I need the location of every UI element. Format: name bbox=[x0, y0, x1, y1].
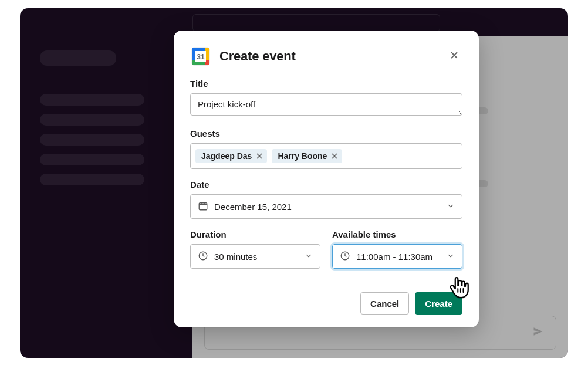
guest-chip-name: Harry Boone bbox=[278, 151, 327, 161]
date-select[interactable]: December 15, 2021 bbox=[190, 194, 462, 219]
title-input[interactable] bbox=[190, 93, 462, 116]
remove-guest-icon[interactable] bbox=[256, 153, 262, 159]
duration-field-group: Duration 30 minutes bbox=[190, 229, 320, 269]
cancel-button[interactable]: Cancel bbox=[360, 292, 409, 315]
sidebar-item-placeholder[interactable] bbox=[40, 134, 144, 146]
workspace-name-placeholder bbox=[40, 50, 116, 66]
svg-rect-8 bbox=[199, 202, 207, 209]
guests-field-group: Guests Jagdeep Das Harry Boone bbox=[190, 129, 462, 169]
guests-label: Guests bbox=[190, 129, 462, 138]
guests-input[interactable]: Jagdeep Das Harry Boone bbox=[190, 143, 462, 169]
modal-title: Create event bbox=[219, 49, 296, 64]
available-times-label: Available times bbox=[332, 229, 462, 239]
title-label: Title bbox=[190, 79, 462, 89]
remove-guest-icon[interactable] bbox=[332, 153, 337, 159]
date-label: Date bbox=[190, 180, 462, 190]
date-value: December 15, 2021 bbox=[214, 202, 292, 212]
title-field-group: Title bbox=[190, 79, 462, 118]
clock-icon bbox=[340, 251, 350, 263]
calendar-icon bbox=[198, 201, 208, 213]
guest-chip[interactable]: Jagdeep Das bbox=[195, 149, 267, 163]
sidebar-item-placeholder[interactable] bbox=[40, 94, 144, 106]
sidebar-item-placeholder[interactable] bbox=[40, 174, 144, 185]
modal-header: 31 Create event bbox=[190, 46, 462, 67]
available-times-value: 11:00am - 11:30am bbox=[356, 252, 432, 262]
svg-text:31: 31 bbox=[197, 53, 205, 61]
guest-chip-name: Jagdeep Das bbox=[201, 151, 252, 161]
create-event-modal: 31 Create event Title Guests Jagdeep Das… bbox=[174, 31, 479, 327]
close-button[interactable] bbox=[446, 48, 462, 65]
clock-icon bbox=[198, 251, 208, 263]
guest-chip[interactable]: Harry Boone bbox=[272, 149, 342, 163]
date-field-group: Date December 15, 2021 bbox=[190, 180, 462, 219]
sidebar bbox=[20, 8, 192, 358]
duration-value: 30 minutes bbox=[214, 252, 257, 262]
chevron-down-icon bbox=[447, 252, 455, 262]
sidebar-item-placeholder[interactable] bbox=[40, 114, 144, 126]
create-button[interactable]: Create bbox=[415, 292, 462, 315]
sidebar-item-placeholder[interactable] bbox=[40, 154, 144, 165]
duration-label: Duration bbox=[190, 229, 320, 239]
close-icon bbox=[450, 50, 459, 62]
duration-select[interactable]: 30 minutes bbox=[190, 244, 320, 269]
create-button-label: Create bbox=[425, 299, 452, 309]
chevron-down-icon bbox=[305, 252, 313, 262]
duration-available-row: Duration 30 minutes Available times 11:0… bbox=[190, 229, 462, 279]
google-calendar-icon: 31 bbox=[190, 46, 211, 67]
modal-footer: Cancel Create bbox=[190, 292, 462, 315]
available-times-field-group: Available times 11:00am - 11:30am bbox=[332, 229, 462, 269]
chevron-down-icon bbox=[447, 202, 455, 212]
send-icon[interactable] bbox=[532, 326, 544, 340]
cancel-button-label: Cancel bbox=[370, 299, 399, 309]
available-times-select[interactable]: 11:00am - 11:30am bbox=[332, 244, 462, 269]
top-search-bar[interactable] bbox=[192, 14, 440, 32]
